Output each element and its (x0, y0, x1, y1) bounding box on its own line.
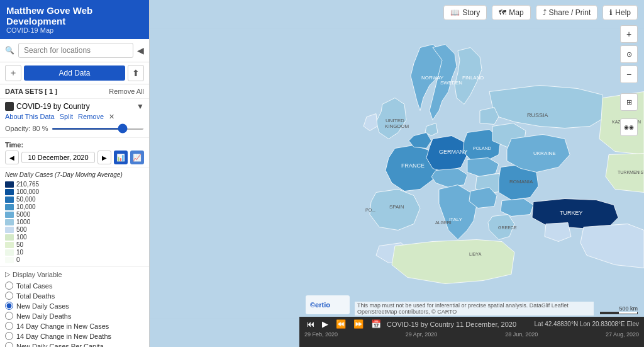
legend: New Daily Cases (7-Day Moving Average) 2… (0, 168, 149, 267)
about-data-link[interactable]: About This Data (5, 113, 55, 121)
legend-item: 0 (5, 256, 144, 263)
timeline-forward-button[interactable]: ⏩ (352, 319, 365, 329)
datasets-header: DATA SETS [ 1 ] Remove All (0, 84, 149, 99)
time-next-button[interactable]: ▶ (97, 151, 111, 164)
legend-label: 100,000 (16, 188, 39, 195)
map-icon: 🗺 (499, 8, 506, 17)
remove-all-button[interactable]: Remove All (109, 88, 144, 95)
timeline-calendar-button[interactable]: 📅 (369, 319, 383, 329)
map-button[interactable]: 🗺 Map (492, 5, 530, 20)
search-input[interactable] (18, 43, 133, 58)
share-icon: ⤴ (543, 8, 547, 17)
display-variable-label: Display Variable (13, 271, 62, 278)
time-chart-button[interactable]: 📊 (114, 151, 128, 164)
dataset-item: COVID-19 by Country ▼ About This Data Sp… (0, 99, 149, 138)
add-data-button[interactable]: Add Data (24, 65, 125, 81)
dataset-dropdown-icon[interactable]: ▼ (136, 102, 144, 111)
legend-item: 10,000 (5, 203, 144, 210)
data-attribution: This map must not be used for inferentia… (355, 302, 594, 316)
radio-options: Total Cases Total Deaths New Daily Cases… (5, 282, 144, 347)
radio-option-total-cases[interactable]: Total Cases (5, 282, 144, 290)
dataset-name: COVID-19 by Country (16, 102, 134, 111)
radio-label-14day-new-cases: 14 Day Change in New Cases (16, 322, 109, 330)
help-button[interactable]: ℹ Help (602, 5, 638, 20)
display-variable: ▷ Display Variable Total Cases Total Dea… (0, 267, 149, 347)
radio-option-new-daily-per-capita[interactable]: New Daily Cases Per Capita (5, 342, 144, 347)
map-label: Map (509, 8, 523, 17)
time-graph-button[interactable]: 📈 (130, 151, 144, 164)
remove-icon[interactable]: ✕ (109, 113, 114, 121)
radio-option-14day-new-cases[interactable]: 14 Day Change in New Cases (5, 322, 144, 330)
layers-button[interactable]: ⊞ (620, 93, 638, 111)
radio-input-new-daily-cases[interactable] (5, 302, 13, 310)
opacity-row: Opacity: 80 % (5, 123, 144, 134)
legend-item: 100,000 (5, 188, 144, 195)
split-link[interactable]: Split (60, 113, 73, 121)
map-area[interactable]: 📖 Story 🗺 Map ⤴ Share / Print ℹ Help + ⊙… (150, 0, 644, 347)
dataset-row: COVID-19 by Country ▼ (5, 102, 144, 111)
tick-date-2: 29 Apr, 2020 (406, 331, 438, 338)
svg-text:SWEDEN: SWEDEN (440, 80, 462, 86)
legend-item: 50 (5, 241, 144, 248)
radio-input-total-deaths[interactable] (5, 292, 13, 300)
legend-title: New Daily Cases (7-Day Moving Average) (5, 171, 144, 178)
svg-text:TURKEY: TURKEY (560, 210, 583, 216)
upload-button[interactable]: ⬆ (128, 65, 144, 81)
legend-swatch (5, 204, 14, 210)
story-button[interactable]: 📖 Story (443, 5, 487, 20)
dataset-actions: About This Data Split Remove ✕ (5, 111, 144, 123)
timeline-tick-labels: 29 Feb, 2020 29 Apr, 2020 28 Jun, 2020 2… (299, 331, 644, 338)
radio-input-14day-new-deaths[interactable] (5, 332, 13, 340)
share-print-button[interactable]: ⤴ Share / Print (536, 5, 598, 20)
svg-text:ROMANIA: ROMANIA (509, 179, 533, 185)
svg-text:ALGERI: ALGERI (435, 220, 452, 225)
time-display: 10 December, 2020 (21, 152, 95, 163)
legend-swatch (5, 249, 14, 256)
datasets-count-label: DATA SETS [ 1 ] (5, 88, 57, 95)
add-circle-button[interactable]: ＋ (5, 65, 21, 81)
legend-label: 210,765 (16, 181, 39, 188)
svg-text:GREECE: GREECE (498, 225, 517, 230)
timeline-back-button[interactable]: ⏪ (334, 319, 348, 329)
timeline-coords: Lat 42.48830°N Lon 20.83008°E Elev (535, 321, 639, 327)
display-variable-header[interactable]: ▷ Display Variable (5, 270, 144, 278)
legend-label: 10 (16, 249, 23, 256)
measure-button[interactable]: ◉◉ (620, 118, 638, 136)
legend-swatch (5, 212, 14, 218)
legend-swatch (5, 219, 14, 225)
svg-text:FRANCE: FRANCE (401, 162, 425, 169)
collapse-button[interactable]: ◀ (137, 45, 144, 55)
svg-text:POLAND: POLAND (473, 146, 491, 151)
radio-input-14day-new-cases[interactable] (5, 322, 13, 330)
time-section: Time: ◀ 10 December, 2020 ▶ 📊 📈 (0, 138, 149, 168)
timeline-play-button[interactable]: ▶ (320, 319, 330, 329)
scale-bar: 500 km (600, 305, 638, 314)
radio-label-total-deaths: Total Deaths (16, 292, 55, 300)
legend-label: 50,000 (16, 196, 36, 203)
bottom-bar: ⏮ ▶ ⏪ ⏩ 📅 COVID-19 by Country 11 Decembe… (299, 317, 644, 347)
radio-input-new-daily-per-capita[interactable] (5, 342, 13, 347)
svg-text:LIBYA: LIBYA (469, 252, 482, 256)
reset-zoom-button[interactable]: ⊙ (620, 45, 638, 63)
time-prev-button[interactable]: ◀ (5, 151, 19, 164)
search-bar: 🔍 ◀ (0, 39, 149, 62)
radio-input-total-cases[interactable] (5, 282, 13, 290)
zoom-out-button[interactable]: − (620, 65, 638, 83)
radio-input-new-daily-deaths[interactable] (5, 312, 13, 320)
radio-option-14day-new-deaths[interactable]: 14 Day Change in New Deaths (5, 332, 144, 340)
zoom-in-button[interactable]: + (620, 25, 638, 43)
radio-option-total-deaths[interactable]: Total Deaths (5, 292, 144, 300)
tick-date-1: 29 Feb, 2020 (304, 331, 338, 338)
legend-item: 50,000 (5, 196, 144, 203)
remove-link[interactable]: Remove (78, 113, 104, 121)
top-nav: 📖 Story 🗺 Map ⤴ Share / Print ℹ Help (443, 5, 638, 20)
radio-label-new-daily-deaths: New Daily Deaths (16, 312, 71, 320)
radio-option-new-daily-deaths[interactable]: New Daily Deaths (5, 312, 144, 320)
time-label: Time: (5, 141, 144, 149)
timeline-start-button[interactable]: ⏮ (304, 319, 316, 329)
opacity-slider[interactable] (52, 128, 144, 130)
share-print-label: Share / Print (549, 8, 591, 17)
svg-text:GERMANY: GERMANY (439, 149, 468, 155)
radio-option-new-daily-cases[interactable]: New Daily Cases (5, 302, 144, 310)
opacity-label: Opacity: 80 % (5, 125, 48, 132)
